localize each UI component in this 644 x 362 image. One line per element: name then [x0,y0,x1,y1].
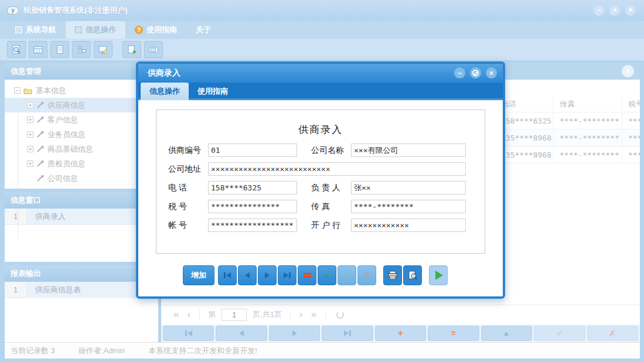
cancel-record-button[interactable]: ✗ [357,265,376,285]
tree-item-company-info[interactable]: 公司信息 [5,171,158,186]
dialog-block-button[interactable] [470,67,481,78]
divider [199,310,200,319]
grid-row[interactable]: 135****8968 ****-******** **** [495,146,640,163]
dialog-tab-bar: 信息操作 使用指南 [138,83,503,100]
tree-toggle-icon[interactable]: + [27,102,33,108]
run-button[interactable] [429,265,448,285]
form-view-button[interactable] [29,41,47,58]
manager-field[interactable] [351,181,466,194]
next-record-button[interactable] [258,265,277,285]
tree-item-label: 客户信息 [47,115,78,125]
collapse-up-icon[interactable]: ∧ [622,65,634,77]
tree-item-customer-info[interactable]: + 客户信息 [5,112,158,127]
plus-icon: + [398,328,403,339]
tree-item-label: 商品基础信息 [47,144,93,155]
personnel-button[interactable] [72,41,91,58]
print-button[interactable] [383,265,402,285]
cell-fax: ****-******** [554,129,622,146]
print-preview-button[interactable] [403,265,422,285]
tool-icon [36,175,44,182]
tree-item-supplier-info[interactable]: + 供应商信息 [5,98,158,112]
status-bar: 当前记录数 3 操作者:Admin 本系统支持二次开发和全新开发! [5,342,640,358]
add-record-button[interactable]: + [375,326,426,341]
edit-record-button[interactable] [318,265,336,285]
add-button[interactable]: 增加 [183,265,214,285]
tab-info-operation[interactable]: 信息操作 [66,21,125,39]
panel-title: 信息窗口 [11,196,41,204]
display-window-button[interactable] [94,41,113,58]
grid-row[interactable]: 135****8968 ****-******** **** [495,129,640,146]
prev-page-button[interactable]: ‹ [187,309,190,320]
document-icon [54,45,65,55]
refresh-icon[interactable] [336,311,344,319]
list-item-number: 1 [5,209,27,225]
dialog-close-button[interactable]: × [486,67,497,78]
document-button[interactable] [50,41,69,58]
restore-button[interactable]: + [609,5,620,16]
preview-search-button[interactable] [7,41,26,58]
title-bar: y 轮胎销售管理系统(非注册用户) − + × [0,0,644,21]
grid-row[interactable]: 158****6325 ****-******** **** [495,112,640,129]
prev-record-button[interactable] [238,265,257,285]
first-record-button[interactable] [163,326,214,341]
card-device-button[interactable] [144,41,163,58]
info-tree: − 基本信息 + 供应商信息 + 客户信息 + 业务员信息 [5,80,158,189]
dialog-tab-info-operation[interactable]: 信息操作 [141,83,189,100]
dialog-body: 供商录入 供商编号 公司名称 公司地址 电 话 负 责 人 [138,110,503,299]
column-header-fax[interactable]: 传真 [554,95,622,112]
bank-field[interactable] [351,218,466,232]
company-name-field[interactable] [351,144,466,157]
phone-field[interactable] [208,181,297,194]
tree-toggle-icon[interactable]: + [27,131,33,138]
tab-system-nav[interactable]: 系统导航 [6,21,66,39]
minimize-button[interactable]: − [594,5,604,16]
tree-toggle-icon[interactable]: + [27,117,33,123]
equals-icon: = [451,329,456,338]
cross-icon: ✗ [609,329,616,338]
company-address-field[interactable] [208,162,466,176]
last-record-button[interactable] [278,265,297,285]
prev-record-button[interactable] [216,326,267,341]
last-record-button[interactable] [322,326,373,341]
tree-toggle-icon[interactable]: − [14,87,21,94]
page-input[interactable] [222,309,247,321]
search-doc-icon [11,45,22,55]
next-record-button[interactable] [269,326,320,341]
dialog-tab-user-guide[interactable]: 使用指南 [189,83,237,100]
delete-record-button[interactable]: = [428,326,479,341]
tree-toggle-icon [27,175,33,182]
tax-number-field[interactable] [208,200,297,213]
fax-field[interactable] [351,200,466,213]
tree-item-inspector-info[interactable]: + 质检员信息 [5,156,158,171]
window-controls: − + × [594,5,636,16]
tree-item-basic-info[interactable]: − 基本信息 [5,83,158,98]
edit-record-button[interactable] [481,326,532,341]
document-add-button[interactable] [122,41,141,58]
column-header-tax[interactable]: 税号 [622,95,640,112]
save-record-button[interactable]: ✓ [338,265,356,285]
doc-add-icon [127,45,137,55]
next-page-button[interactable]: › [299,309,303,320]
monitor-icon [98,45,108,55]
tree-toggle-icon[interactable]: + [27,146,33,152]
help-icon: ? [135,26,143,34]
tab-label: 系统导航 [26,25,56,35]
field-label-tax: 税 号 [168,202,206,212]
close-button[interactable]: × [625,5,636,16]
tab-about[interactable]: 关于 [186,21,220,39]
tree-item-salesman-info[interactable]: + 业务员信息 [5,127,158,142]
supplier-code-field[interactable] [208,144,297,157]
page-prefix-label: 第 [208,309,216,320]
dialog-minimize-button[interactable]: − [454,67,465,78]
printer-icon [387,271,398,280]
cancel-record-button[interactable]: ✗ [587,326,638,341]
tree-item-product-info[interactable]: + 商品基础信息 [5,142,158,156]
save-record-button[interactable]: ✓ [534,326,585,341]
last-page-button[interactable]: » [311,309,316,320]
tree-toggle-icon[interactable]: + [27,160,33,167]
tab-user-guide[interactable]: ? 使用指南 [125,21,186,39]
delete-record-button[interactable] [298,265,316,285]
first-record-button[interactable] [218,265,237,285]
account-number-field[interactable] [208,218,297,232]
first-page-button[interactable]: « [173,309,179,320]
